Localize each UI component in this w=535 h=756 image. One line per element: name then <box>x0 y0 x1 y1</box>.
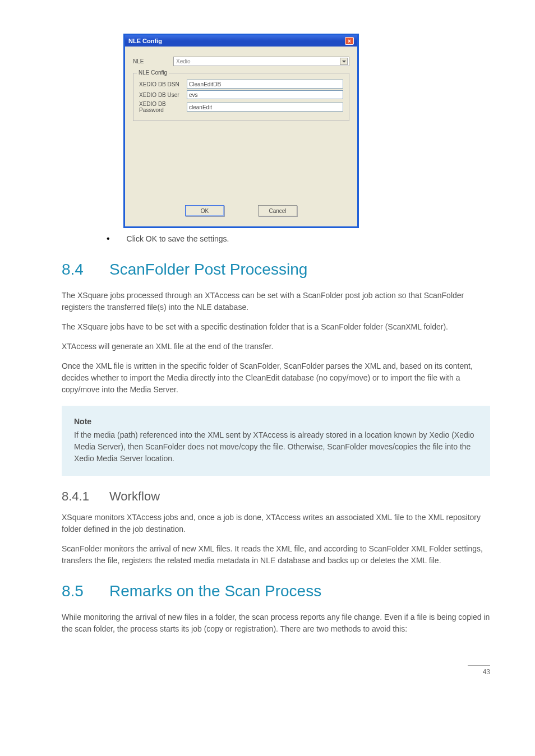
dialog-title: NLE Config <box>128 38 162 44</box>
page-number: 43 <box>468 665 490 676</box>
section-heading-8-4: 8.4ScanFolder Post Processing <box>62 261 490 279</box>
nle-config-fieldset: NLE Config XEDIO DB DSN CleanEditDB XEDI… <box>133 73 349 121</box>
paragraph: XTAccess will generate an XML file at th… <box>62 341 490 353</box>
paragraph: XSquare monitors XTAccess jobs and, once… <box>62 512 490 535</box>
cancel-button[interactable]: Cancel <box>258 205 297 216</box>
paragraph: The XSquare jobs have to be set with a s… <box>62 321 490 333</box>
password-label: XEDIO DB Password <box>139 101 187 113</box>
section-title: ScanFolder Post Processing <box>109 261 307 278</box>
subsection-number: 8.4.1 <box>62 489 109 504</box>
paragraph: Once the XML file is written in the spec… <box>62 360 490 396</box>
dsn-label: XEDIO DB DSN <box>139 81 187 87</box>
password-input[interactable]: cleanEdit <box>187 103 343 112</box>
section-title: Remarks on the Scan Process <box>109 582 321 600</box>
note-block: Note If the media (path) referenced into… <box>62 406 490 476</box>
nle-select[interactable]: Xedio <box>173 57 349 66</box>
user-input[interactable]: evs <box>187 90 343 99</box>
fieldset-legend: NLE Config <box>137 69 169 76</box>
ok-button[interactable]: OK <box>185 205 224 216</box>
nle-label: NLE <box>133 58 173 64</box>
paragraph: While monitoring the arrival of new file… <box>62 611 490 635</box>
note-heading: Note <box>74 417 91 426</box>
subsection-heading-8-4-1: 8.4.1Workflow <box>62 489 490 504</box>
bullet-text: Click OK to save the settings. <box>127 234 229 243</box>
note-body: If the media (path) referenced into the … <box>74 429 478 465</box>
user-label: XEDIO DB User <box>139 92 187 98</box>
chevron-down-icon <box>340 58 348 65</box>
section-heading-8-5: 8.5Remarks on the Scan Process <box>62 582 490 600</box>
nle-select-value: Xedio <box>176 58 191 64</box>
bullet-item: Click OK to save the settings. <box>107 234 490 244</box>
paragraph: The XSquare jobs processed through an XT… <box>62 290 490 313</box>
dsn-input[interactable]: CleanEditDB <box>187 80 343 89</box>
paragraph: ScanFolder monitors the arrival of new X… <box>62 543 490 567</box>
section-number: 8.5 <box>62 582 109 600</box>
section-number: 8.4 <box>62 261 109 279</box>
subsection-title: Workflow <box>109 489 160 503</box>
nle-config-dialog: NLE Config × NLE Xedio NLE Config XEDIO … <box>123 34 359 228</box>
close-icon[interactable]: × <box>345 37 354 45</box>
dialog-titlebar: NLE Config × <box>125 35 357 47</box>
